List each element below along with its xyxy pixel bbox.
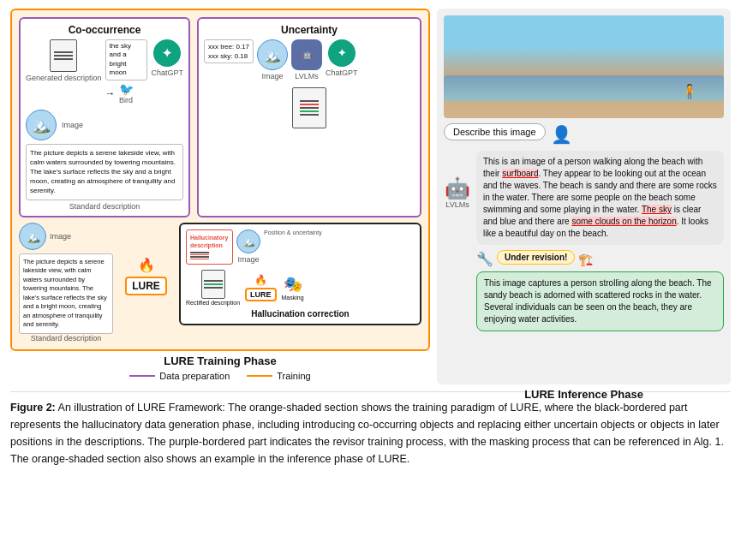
halluc-desc-box: Hallucinatory description bbox=[186, 229, 233, 265]
legend-data-prep: Data preparation bbox=[129, 371, 230, 381]
chat-col: This is an image of a person walking alo… bbox=[476, 151, 724, 337]
rectified-doc-icon bbox=[201, 270, 225, 299]
orange-background: Co-occurrence Generated description bbox=[10, 9, 430, 351]
std-desc-box: The picture depicts a serene lakeside vi… bbox=[26, 144, 183, 200]
position-label: Position & uncertainty bbox=[264, 229, 322, 235]
caption-figure-num: Figure 2: bbox=[10, 402, 56, 414]
halluc-flame-icon: 🔥 bbox=[254, 274, 267, 286]
masking-label: Masking bbox=[282, 295, 304, 301]
halluc-image-icon: 🏔️ bbox=[236, 229, 260, 253]
person-icon-top: 👤 bbox=[551, 124, 572, 145]
legend-training: Training bbox=[247, 371, 310, 381]
lvlm-icon-1: 🤖 bbox=[291, 39, 322, 70]
lvlm-robot-icon: 🤖 bbox=[444, 176, 471, 200]
inference-phase: 🧍 Describe this image 👤 🤖 LVLMs bbox=[437, 9, 731, 384]
describe-row: Describe this image 👤 bbox=[444, 123, 724, 146]
uncertainty-box: Uncertainty xxx tree: 0.17 xxx sky: 0.18… bbox=[197, 17, 421, 217]
training-bottom: 🏔️ Image The picture depicts a serene la… bbox=[19, 223, 421, 343]
bird-label: Bird bbox=[119, 96, 133, 104]
legend-orange-line bbox=[247, 375, 272, 377]
co-occurrence-title: Co-occurrence bbox=[26, 24, 183, 36]
bottom-std-desc-label: Standard description bbox=[19, 334, 113, 343]
beach-person-icon: 🧍 bbox=[681, 83, 698, 99]
legend-purple-line bbox=[129, 375, 155, 377]
lure-center: 🔥 LURE bbox=[118, 257, 174, 295]
revised-chat-bubble: This image captures a person strolling a… bbox=[476, 271, 724, 331]
image-label-1: Image bbox=[62, 121, 83, 129]
lvlms-label-2: LVLMs bbox=[444, 200, 471, 209]
std-desc-label: Standard description bbox=[26, 202, 183, 211]
lake-image-icon: 🏔️ bbox=[26, 110, 57, 140]
chatgpt-label-2: ChatGPT bbox=[326, 69, 358, 77]
bottom-image-icon: 🏔️ bbox=[19, 223, 46, 250]
bird-emoji: 🐦 bbox=[119, 82, 134, 96]
halluc-lure-label: LURE bbox=[245, 288, 277, 301]
revision-row: 🔧 Under revision! 🏗️ bbox=[476, 250, 724, 268]
first-chat-bubble: This is an image of a person walking alo… bbox=[476, 151, 724, 245]
generated-desc-label: Generated description bbox=[26, 74, 102, 82]
training-top: Co-occurrence Generated description bbox=[19, 17, 421, 217]
beach-image: 🧍 bbox=[444, 15, 724, 118]
legend-data-prep-label: Data preparation bbox=[159, 371, 230, 381]
chatgpt-icon-1: ✦ bbox=[153, 39, 181, 67]
lvlms-col: 🤖 LVLMs bbox=[444, 176, 471, 209]
image-label-2: Image bbox=[262, 72, 284, 80]
bottom-std-desc: The picture depicts a serene lakeside vi… bbox=[19, 253, 113, 334]
revision-badge: Under revision! bbox=[497, 250, 575, 265]
generated-desc-icon bbox=[50, 39, 77, 72]
legend-training-label: Training bbox=[277, 371, 310, 381]
rectified-label: Rectified description bbox=[186, 300, 240, 306]
inference-chat-area: 🤖 LVLMs This is an image of a person wal… bbox=[444, 151, 724, 337]
describe-button[interactable]: Describe this image bbox=[444, 123, 546, 140]
uncertainty-title: Uncertainty bbox=[204, 24, 415, 36]
construction-icon: 🏗️ bbox=[578, 253, 593, 266]
masking-icon: 🎭 bbox=[284, 275, 302, 294]
uncertainty-image-icon: 🏔️ bbox=[257, 39, 288, 70]
highlight-clouds: some clouds on the horizon bbox=[571, 217, 676, 226]
tree-values-box: xxx tree: 0.17 xxx sky: 0.18 bbox=[204, 39, 254, 63]
caption-area: Figure 2: An illustration of LURE Framew… bbox=[10, 391, 731, 468]
inference-phase-label: LURE Inference Phase bbox=[437, 388, 731, 401]
left-feed: 🏔️ Image The picture depicts a serene la… bbox=[19, 223, 113, 343]
training-phase-label: LURE Training Phase bbox=[10, 354, 430, 367]
co-occurrence-box: Co-occurrence Generated description bbox=[19, 17, 190, 217]
robot-revision-icon: 🔧 bbox=[476, 251, 493, 267]
halluc-desc-label: Hallucinatory description bbox=[190, 234, 229, 251]
bottom-image-label: Image bbox=[50, 232, 71, 241]
flame-icon: 🔥 bbox=[138, 257, 155, 273]
training-phase: Co-occurrence Generated description bbox=[10, 9, 430, 384]
inference-inner: 🧍 Describe this image 👤 🤖 LVLMs bbox=[437, 9, 731, 384]
arrow-right-1: → bbox=[105, 87, 116, 99]
lvlms-label-1: LVLMs bbox=[295, 72, 318, 80]
highlight-surfboard: surfboard bbox=[502, 169, 538, 178]
chatgpt-icon-2: ✦ bbox=[328, 39, 356, 67]
caption-text: An illustration of LURE Framework: The o… bbox=[10, 402, 724, 465]
sky-text-box: the sky and a bright moon bbox=[105, 39, 148, 80]
main-container: Co-occurrence Generated description bbox=[0, 0, 741, 476]
diagram-area: Co-occurrence Generated description bbox=[10, 9, 731, 384]
hallucination-box: Hallucinatory description � bbox=[179, 223, 421, 326]
legend-area: Data preparation Training bbox=[10, 371, 430, 381]
hallucination-correction-title: Hallucination correction bbox=[186, 309, 415, 319]
chatgpt-label-1: ChatGPT bbox=[151, 69, 183, 77]
uncertainty-doc-icon bbox=[292, 87, 326, 128]
lure-block: LURE bbox=[125, 277, 167, 295]
halluc-image-label: Image bbox=[237, 255, 259, 264]
highlight-sky: The sky bbox=[642, 205, 672, 214]
